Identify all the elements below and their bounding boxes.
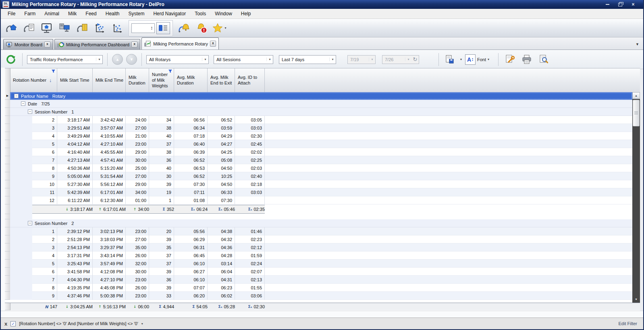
row-indicator[interactable]	[5, 292, 10, 300]
computer-terminal-icon[interactable]	[56, 21, 72, 36]
edit-filter-link[interactable]: Edit Filter	[619, 321, 640, 326]
row-indicator[interactable]	[5, 235, 10, 243]
menu-item-farm[interactable]: Farm	[20, 10, 40, 18]
animal-card-icon[interactable]	[74, 21, 90, 36]
menu-item-herd-navigator[interactable]: Herd Navigator	[149, 10, 190, 18]
table-row[interactable]: 115:42:39 AM6:17:01 AM34:001907:1106:330…	[5, 188, 640, 196]
scroll-up-icon[interactable]: ▲	[632, 92, 640, 99]
table-row[interactable]: 22:51:28 PM3:18:03 PM27:003906:2904:3202…	[5, 235, 640, 243]
collapse-icon[interactable]: −	[28, 221, 32, 225]
scrollbar-thumb[interactable]	[633, 100, 640, 126]
close-filter-icon[interactable]: x	[4, 321, 7, 326]
row-indicator[interactable]	[5, 243, 10, 252]
monitor-home-icon[interactable]	[39, 21, 54, 36]
period-select[interactable]: Last 7 days ▾	[279, 55, 336, 64]
restore-button[interactable]	[616, 2, 625, 7]
row-indicator[interactable]	[5, 284, 10, 292]
table-row[interactable]: 43:49:29 AM4:10:55 AM21:004007:1804:2902…	[5, 132, 640, 140]
column-header-milk-duration[interactable]: Milk Duration	[126, 68, 149, 93]
row-indicator[interactable]	[5, 252, 10, 260]
menu-item-milk[interactable]: Milk	[64, 10, 81, 18]
row-indicator[interactable]	[5, 227, 10, 235]
table-row[interactable]: 84:19:35 PM4:45:08 PM26:003907:0706:2301…	[5, 284, 640, 292]
selected-row-arrow-icon[interactable]: ▶	[5, 92, 10, 100]
row-indicator[interactable]	[5, 116, 10, 124]
font-button[interactable]: A▲▼ Font ▾	[465, 54, 489, 65]
filter-expression[interactable]: [Rotation Number] <> '0' And [Number of …	[19, 321, 138, 326]
row-indicator[interactable]	[5, 156, 10, 164]
print-button[interactable]	[520, 53, 534, 66]
table-row[interactable]: 33:29:51 AM3:57:07 AM27:003806:3403:5903…	[5, 124, 640, 132]
table-row[interactable]: 126:11:22 AM6:12:30 AM01:00101:0807:30	[5, 196, 640, 204]
collapse-icon[interactable]: −	[14, 94, 19, 98]
filter-funnel-icon[interactable]	[168, 69, 172, 73]
table-row[interactable]: 43:17:31 PM3:43:14 PM26:003706:4504:2801…	[5, 252, 640, 260]
collapse-icon[interactable]: −	[28, 109, 32, 114]
table-row[interactable]: 74:27:13 AM4:57:41 AM30:003606:5205:0802…	[5, 156, 640, 164]
table-row[interactable]: 64:16:40 AM4:45:55 AM29:003806:3904:2502…	[5, 148, 640, 156]
row-indicator[interactable]	[5, 164, 10, 172]
row-indicator[interactable]	[5, 276, 10, 284]
table-row[interactable]: 84:50:36 AM5:15:20 AM25:004006:5304:5002…	[5, 164, 640, 172]
refresh-button[interactable]	[4, 53, 18, 66]
group-row[interactable]: −Date7/25	[5, 100, 640, 108]
row-indicator[interactable]	[5, 219, 10, 227]
row-indicator[interactable]	[5, 124, 10, 132]
row-indicator[interactable]	[5, 140, 10, 148]
group-row[interactable]: −Session Number1	[5, 108, 640, 116]
row-indicator[interactable]	[5, 260, 10, 268]
filter-funnel-icon[interactable]	[51, 69, 56, 73]
scatter-chart-icon[interactable]	[110, 21, 125, 36]
filter-history-caret-icon[interactable]: ▾	[141, 322, 143, 326]
session-select[interactable]: All Sessions ▾	[214, 55, 273, 64]
row-indicator[interactable]	[5, 172, 10, 180]
row-indicator[interactable]	[5, 132, 10, 140]
animal-home-icon[interactable]	[3, 21, 19, 36]
favorites-star-icon[interactable]: ▾	[212, 21, 227, 36]
row-indicator[interactable]	[5, 180, 10, 188]
print-preview-button[interactable]	[537, 53, 551, 66]
menu-item-file[interactable]: File	[3, 10, 20, 18]
tab-monitor-board[interactable]: Monitor Board x	[3, 39, 53, 50]
row-indicator[interactable]	[5, 214, 10, 219]
report-view-button[interactable]	[156, 22, 170, 34]
table-row[interactable]: 74:04:30 PM4:27:10 PM23:003606:1004:3102…	[5, 276, 640, 284]
menu-item-system[interactable]: System	[124, 10, 149, 18]
customize-report-button[interactable]	[503, 53, 517, 66]
table-row[interactable]: 105:27:30 AM5:56:12 AM29:003907:3004:500…	[5, 180, 640, 188]
save-button[interactable]	[443, 53, 457, 66]
minimize-button[interactable]	[603, 2, 612, 7]
tab-close-icon[interactable]: x	[44, 41, 50, 47]
animal-report-icon[interactable]	[21, 21, 37, 36]
milking-scatter-flag-icon[interactable]	[92, 21, 108, 36]
menu-item-window[interactable]: Window	[210, 10, 237, 18]
column-header-rotation-number[interactable]: Rotation Number ↓	[10, 68, 57, 93]
table-row[interactable]: 53:25:43 PM3:57:49 PM32:003706:1003:1402…	[5, 260, 640, 268]
animal-alarm-icon[interactable]	[176, 21, 192, 36]
group-row[interactable]: ▶−Parlour NameRotary	[5, 92, 640, 100]
column-header-avg-id-to-attach[interactable]: Avg. ID to Attach	[235, 68, 265, 93]
table-row[interactable]: 32:54:13 PM3:29:37 PM35:003506:3104:3602…	[5, 243, 640, 252]
row-indicator[interactable]	[5, 268, 10, 276]
column-header-avg-milk-end-to-exit[interactable]: Avg. Milk End to Exit	[208, 68, 235, 93]
table-row[interactable]: 23:18:17 AM3:42:42 AM24:003406:5606:5203…	[5, 116, 640, 124]
filter-enabled-checkbox[interactable]: ✓	[10, 321, 16, 326]
column-header-milk-start-time[interactable]: Milk Start Time	[57, 68, 93, 93]
menu-item-tools[interactable]: Tools	[190, 10, 210, 18]
column-header-avg-milk-duration[interactable]: Avg. Milk Duration	[174, 68, 208, 93]
row-indicator[interactable]	[5, 188, 10, 196]
rotary-select[interactable]: All Rotarys ▾	[146, 55, 209, 64]
rotation-number-spinner[interactable]: ▲▼	[131, 23, 155, 33]
menu-item-help[interactable]: Help	[237, 10, 256, 18]
column-header-milk-end-time[interactable]: Milk End Time	[93, 68, 126, 93]
row-indicator[interactable]	[5, 148, 10, 156]
column-header-number-of-milk-weights[interactable]: Number of Milk Weights	[149, 68, 174, 93]
tab-close-icon[interactable]: x	[131, 41, 137, 47]
close-button[interactable]: ×	[629, 2, 638, 7]
save-options-caret-icon[interactable]: ▾	[460, 58, 462, 61]
scroll-down-icon[interactable]: ▼	[632, 296, 640, 303]
row-indicator[interactable]	[5, 108, 10, 116]
table-row[interactable]: 12:39:12 PM3:02:13 PM23:002005:5604:3801…	[5, 227, 640, 235]
table-row[interactable]: 94:37:46 PM5:00:38 PM23:003306:2006:0203…	[5, 292, 640, 300]
favorites-caret-icon[interactable]: ▾	[224, 26, 226, 30]
